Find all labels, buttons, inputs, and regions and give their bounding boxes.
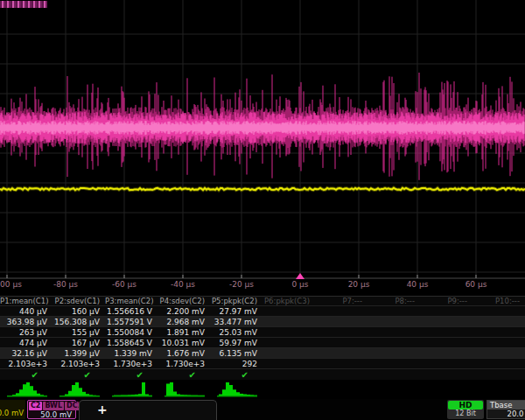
measure-value-cell [472, 359, 525, 368]
measure-value-cell: 363.98 µV [0, 317, 52, 326]
measure-value-cell [368, 306, 420, 316]
measure-value-cell: 263 µV [0, 327, 52, 337]
measure-value-cell: 2.103e+3 [52, 359, 105, 368]
measure-param-header[interactable]: P5:pkpk(C2) [210, 297, 262, 305]
measure-value-cell: 1.730e+3 [158, 359, 210, 368]
measure-value-cell: 1.556616 V [105, 306, 158, 316]
waveform-display [0, 0, 525, 296]
measure-value-cell: 1.399 µV [52, 348, 105, 358]
measure-value-cell: 2.968 mV [158, 317, 210, 326]
measure-value-cell [420, 306, 472, 316]
measure-value-cell [472, 348, 525, 358]
measure-value-cell [315, 306, 368, 316]
measure-param-header[interactable]: P3:mean(C2) [105, 297, 158, 305]
measure-value-cell [368, 359, 420, 368]
c2-label-badge: C2 [29, 402, 42, 410]
measure-value-cell: 1.339 mV [105, 348, 158, 358]
axis-tick-label: 40 µs [407, 280, 429, 290]
measure-value-cell [368, 317, 420, 326]
channel-c2-descriptor[interactable]: C2 BWL DC1M 50.0 mV [27, 400, 76, 419]
measure-value-cell: 1.891 mV [158, 327, 210, 337]
measure-value-cell [315, 327, 368, 337]
hd-acquisition-tile[interactable]: HD 12 Bit [447, 400, 484, 419]
measure-value-cell [420, 359, 472, 368]
measure-stat-row: 363.98 µV156.308 µV1.557591 V2.968 mV33.… [0, 317, 525, 327]
measure-value-cell: 2.200 mV [158, 306, 210, 316]
histicon-p5[interactable] [217, 381, 259, 398]
measure-value-cell: 59.97 mV [210, 338, 262, 347]
measure-value-cell [262, 338, 315, 347]
axis-tick-label: -80 µs [53, 280, 78, 290]
measure-stat-row: 32.16 µV1.399 µV1.339 mV1.676 mV6.135 mV [0, 348, 525, 359]
measure-value-cell [262, 317, 315, 326]
c2-bwl-badge: BWL [43, 402, 64, 410]
histicon-p3[interactable] [112, 381, 154, 398]
measure-param-header[interactable]: P7:--- [315, 297, 368, 305]
measure-stat-row: 474 µV167 µV1.558645 V10.031 mV59.97 mV [0, 338, 525, 348]
measure-value-cell [262, 327, 315, 337]
measure-param-header[interactable]: P4:sdev(C2) [158, 297, 210, 305]
measure-stat-row: 440 µV160 µV1.556616 V2.200 mV27.97 mV [0, 306, 525, 317]
axis-tick-label: -60 µs [112, 280, 136, 290]
measure-value-cell: 1.730e+3 [105, 359, 158, 368]
measure-table: P1:mean(C1)P2:sdev(C1)P3:mean(C2)P4:sdev… [0, 296, 525, 381]
measure-param-header[interactable]: P9:--- [420, 297, 472, 305]
measure-param-header[interactable]: P10:--- [472, 297, 525, 305]
measure-value-cell: 33.477 mV [210, 317, 262, 326]
measure-value-cell [315, 338, 368, 347]
waveform-grid[interactable]: -100 µs-80 µs-60 µs-40 µs-20 µs0 µs20 µs… [0, 0, 525, 296]
trace-descriptor-mini-badge [0, 1, 47, 8]
hd-bits-label: 12 Bit [448, 410, 483, 418]
measure-value-cell [472, 338, 525, 347]
measure-value-cell: 32.16 µV [0, 348, 52, 358]
hd-mode-badge: HD [448, 401, 483, 410]
measure-value-cell: 2.103e+3 [0, 359, 52, 368]
measure-value-cell: 1.558645 V [105, 338, 158, 347]
histicon-p2[interactable] [60, 381, 102, 398]
measure-value-cell: 167 µV [52, 338, 105, 347]
measure-value-cell: 160 µV [52, 306, 105, 316]
measure-param-header[interactable]: P8:--- [368, 297, 420, 305]
measure-value-cell: 25.03 mV [210, 327, 262, 337]
measure-value-cell [472, 317, 525, 326]
measure-param-header[interactable]: P2:sdev(C1) [52, 297, 105, 305]
measure-value-cell [368, 327, 420, 337]
axis-tick-label: -100 µs [0, 280, 22, 290]
measure-value-cell [420, 317, 472, 326]
measure-value-cell [420, 348, 472, 358]
measure-value-cell: 27.97 mV [210, 306, 262, 316]
histicon-p1[interactable] [7, 381, 49, 398]
measure-value-cell [315, 317, 368, 326]
dialog-panel[interactable]: + [79, 400, 217, 420]
measure-histicons [0, 380, 525, 399]
measure-value-cell [368, 348, 420, 358]
descriptor-bar: DC1M 10.0 mV C2 BWL DC1M 50.0 mV + HD 12… [0, 399, 525, 420]
measure-value-cell: 1.550084 V [105, 327, 158, 337]
measure-value-cell: 155 µV [52, 327, 105, 337]
c2-vertical-scale: 50.0 mV [29, 410, 74, 420]
timebase-descriptor[interactable]: Tbase 20.0 µs [486, 400, 525, 419]
axis-tick-label: 0 µs [291, 280, 308, 290]
histicon-p4[interactable] [164, 381, 206, 398]
measure-value-cell [262, 359, 315, 368]
measure-value-cell: 156.308 µV [52, 317, 105, 326]
measure-value-cell: 440 µV [0, 306, 52, 316]
measure-param-header[interactable]: P1:mean(C1) [0, 297, 52, 305]
measure-value-cell [315, 348, 368, 358]
tbase-value: 20.0 µs [487, 410, 525, 419]
measure-value-cell [420, 338, 472, 347]
measure-value-cell [262, 306, 315, 316]
measure-param-header[interactable]: P6:pkpk(C3) [262, 297, 315, 305]
measure-value-cell [472, 327, 525, 337]
axis-tick-label: 20 µs [348, 280, 370, 290]
measure-value-cell: 292 [210, 359, 262, 368]
add-button[interactable]: + [97, 402, 108, 416]
measure-value-cell [420, 327, 472, 337]
measure-value-cell: 1.557591 V [105, 317, 158, 326]
channel-c1-descriptor[interactable]: DC1M 10.0 mV [0, 400, 25, 419]
oscilloscope-screen: -100 µs-80 µs-60 µs-40 µs-20 µs0 µs20 µs… [0, 0, 525, 420]
trigger-time-marker [296, 273, 304, 279]
measure-value-cell: 1.676 mV [158, 348, 210, 358]
c1-vertical-scale: 10.0 mV [0, 409, 25, 418]
measure-value-cell [368, 338, 420, 347]
